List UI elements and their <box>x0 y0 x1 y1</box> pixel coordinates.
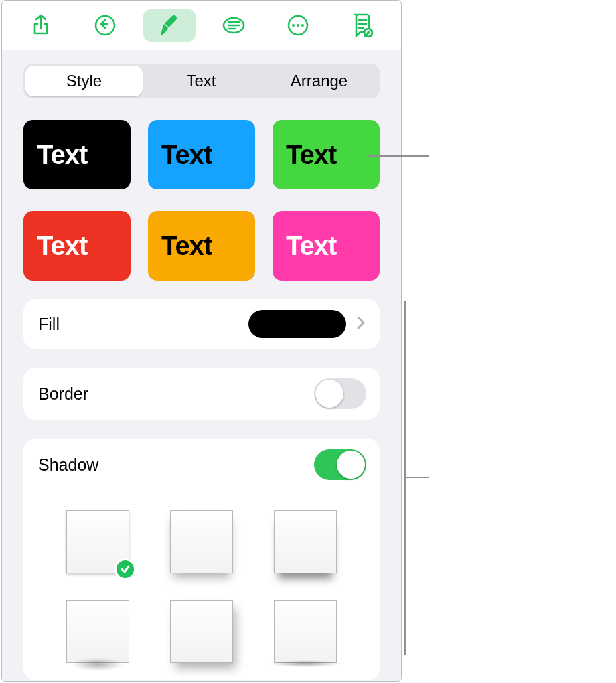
tab-style[interactable]: Style <box>25 66 143 96</box>
undo-button[interactable] <box>79 9 131 42</box>
svg-point-0 <box>96 16 114 35</box>
svg-point-3 <box>292 24 295 27</box>
segmented-tabs: Style Text Arrange <box>23 64 380 98</box>
shadow-option-1[interactable] <box>66 510 129 573</box>
shadow-toggle[interactable] <box>314 449 366 480</box>
inspector-panel: Style Text Arrange Text Text Text Text T… <box>1 0 402 682</box>
border-row: Border <box>23 368 380 420</box>
chevron-right-icon <box>356 315 366 333</box>
fill-row[interactable]: Fill <box>23 299 380 349</box>
svg-point-4 <box>297 24 299 27</box>
checkmark-icon <box>114 558 136 580</box>
border-toggle[interactable] <box>314 378 366 409</box>
preset-2[interactable]: Text <box>148 120 255 189</box>
shadow-card: Shadow <box>23 439 380 680</box>
shadow-option-2[interactable] <box>170 510 233 573</box>
fill-card: Fill <box>23 299 380 349</box>
callout-line-options-v <box>404 301 406 655</box>
callout-line-options-h <box>404 477 429 478</box>
svg-point-5 <box>301 24 304 27</box>
callout-line-presets <box>367 155 429 157</box>
preset-1[interactable]: Text <box>23 120 131 189</box>
inspector-body: Style Text Arrange Text Text Text Text T… <box>2 50 401 681</box>
border-card: Border <box>23 368 380 420</box>
preset-4[interactable]: Text <box>23 211 131 281</box>
share-button[interactable] <box>15 9 67 42</box>
more-button[interactable] <box>272 9 324 42</box>
shadow-option-5[interactable] <box>170 600 233 663</box>
fill-label: Fill <box>38 315 60 334</box>
style-presets: Text Text Text Text Text Text <box>23 120 380 281</box>
format-brush-button[interactable] <box>143 9 196 42</box>
toolbar <box>2 1 401 50</box>
preset-3[interactable]: Text <box>273 120 380 189</box>
shadow-label: Shadow <box>38 455 98 475</box>
shadow-options <box>23 491 380 668</box>
presenter-notes-button[interactable] <box>336 9 388 42</box>
shadow-option-6[interactable] <box>274 600 337 663</box>
tab-arrange[interactable]: Arrange <box>260 66 378 96</box>
shadow-row: Shadow <box>23 439 380 491</box>
shadow-option-4[interactable] <box>66 600 129 663</box>
fill-swatch <box>248 310 346 338</box>
text-format-button[interactable] <box>208 9 260 42</box>
preset-5[interactable]: Text <box>148 211 255 281</box>
tab-text[interactable]: Text <box>143 66 260 96</box>
shadow-option-3[interactable] <box>274 510 337 573</box>
preset-6[interactable]: Text <box>273 211 380 281</box>
border-label: Border <box>38 384 88 404</box>
